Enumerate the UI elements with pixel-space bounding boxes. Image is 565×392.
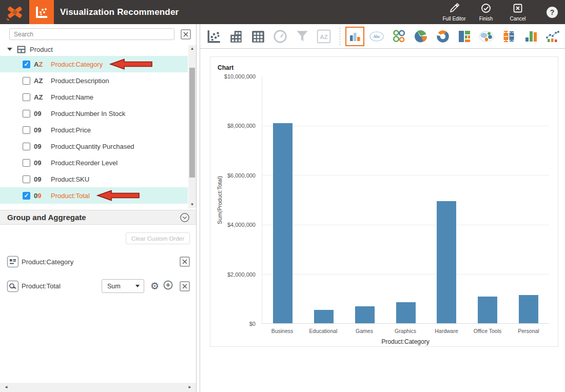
caret-down-icon[interactable] — [7, 48, 12, 51]
main-panel: AZ Abc — [200, 24, 565, 392]
pie-chart-icon[interactable] — [411, 27, 430, 46]
group-attribute-icon — [7, 256, 19, 268]
bubble-chart-icon[interactable] — [389, 27, 408, 46]
scrollbar-thumb[interactable] — [189, 68, 195, 178]
measure-field-label: Product:Total — [22, 282, 61, 290]
scroll-down-icon[interactable]: ▼ — [188, 201, 196, 208]
y-tick-label: $6,000,000 — [227, 172, 256, 179]
text-field-icon: AZ — [34, 77, 45, 85]
gear-icon[interactable]: ⚙ — [150, 281, 159, 291]
scroll-right-icon[interactable]: ► — [186, 383, 194, 392]
x-tick-label: Personal — [508, 328, 549, 334]
bar-chart-icon[interactable] — [345, 27, 364, 46]
annotation-arrow-icon — [109, 58, 152, 71]
field-checkbox[interactable] — [23, 77, 30, 85]
check-circle-icon — [481, 3, 491, 14]
field-label: Product:Reorder Level — [51, 159, 118, 167]
x-axis-label: Product:Category — [262, 338, 549, 345]
boxplot-icon[interactable] — [499, 27, 518, 46]
sidebar-horizontal-scrollbar[interactable]: ◄ ► — [0, 383, 196, 392]
aggregate-select[interactable]: Sum — [102, 279, 144, 293]
field-row[interactable]: 09Product:Total — [0, 187, 188, 204]
add-aggregate-icon[interactable] — [163, 280, 173, 292]
chart-title: Chart — [218, 64, 233, 71]
bar-personal — [519, 295, 538, 323]
aggregate-selected-value: Sum — [107, 283, 121, 290]
x-tick-label: Educational — [303, 328, 344, 334]
search-input[interactable] — [9, 28, 174, 40]
sort-az-icon[interactable]: AZ — [315, 27, 334, 46]
clear-custom-order-button[interactable]: Clear Custom Order — [126, 232, 190, 244]
pivot-table-icon[interactable] — [227, 27, 246, 46]
scroll-up-icon[interactable]: ▲ — [188, 45, 196, 52]
word-cloud-icon[interactable]: Abc — [367, 27, 386, 46]
x-tick-label: Graphics — [385, 328, 426, 334]
field-checkbox[interactable] — [23, 175, 30, 183]
panel-resizer[interactable] — [197, 24, 200, 392]
field-checkbox[interactable] — [23, 159, 30, 167]
numeric-field-icon: 09 — [34, 126, 45, 134]
annotation-arrow-icon — [96, 190, 140, 203]
field-row[interactable]: AZProduct:Name — [0, 89, 188, 105]
bar-office-tools — [478, 297, 497, 323]
y-tick-label: $4,000,000 — [227, 222, 256, 228]
scatter-plot-icon[interactable] — [205, 27, 224, 46]
measure-field-row: Product:Total Sum ⚙ — [0, 279, 196, 293]
bar-games — [355, 306, 375, 323]
scroll-left-icon[interactable]: ◄ — [2, 383, 10, 392]
group-aggregate-title: Group and Aggregate — [7, 213, 86, 222]
collapse-chevron-icon[interactable] — [180, 212, 190, 223]
field-label: Product:Quantity Purchased — [51, 143, 134, 150]
field-checkbox[interactable] — [23, 110, 30, 117]
app-logo-icon[interactable] — [0, 3, 29, 22]
tree-node-product[interactable]: Product — [0, 43, 188, 56]
data-grid-icon[interactable] — [249, 27, 268, 46]
measure-icon — [7, 280, 19, 292]
field-checkbox[interactable] — [23, 126, 30, 134]
remove-measure-icon[interactable] — [180, 281, 190, 291]
bubble-cluster-icon[interactable] — [477, 27, 496, 46]
filter-icon[interactable] — [293, 27, 311, 46]
field-row[interactable]: 09Product:Quantity Purchased — [0, 138, 188, 154]
combo-chart-icon[interactable] — [543, 27, 562, 46]
field-checkbox[interactable] — [23, 93, 30, 101]
field-list-scrollbar[interactable]: ▲ ▼ — [188, 45, 196, 208]
donut-chart-icon[interactable] — [433, 27, 452, 46]
field-checkbox[interactable] — [23, 192, 30, 200]
gridline — [262, 274, 549, 275]
app-header: Visualization Recommender Full Editor Fi… — [0, 0, 565, 24]
field-label: Product:SKU — [51, 175, 89, 183]
svg-text:Abc: Abc — [373, 34, 380, 39]
numeric-field-icon: 09 — [34, 192, 45, 200]
numeric-field-icon: 09 — [34, 110, 45, 117]
field-row[interactable]: 09Product:Reorder Level — [0, 154, 188, 171]
field-label: Product:Total — [51, 192, 90, 200]
gridline — [262, 225, 549, 225]
field-checkbox[interactable] — [23, 61, 30, 68]
field-row[interactable]: 09Product:SKU — [0, 171, 188, 187]
remove-group-icon[interactable] — [180, 257, 190, 267]
full-editor-button[interactable]: Full Editor — [442, 3, 466, 22]
field-row[interactable]: 09Product:Price — [0, 122, 188, 138]
field-label: Product:Name — [51, 93, 93, 101]
field-list: AZProduct:CategoryAZProduct:DescriptionA… — [0, 56, 188, 204]
gridline — [262, 126, 549, 126]
clear-search-icon[interactable] — [181, 29, 191, 40]
column-chart-icon[interactable] — [521, 27, 540, 46]
cancel-button[interactable]: Cancel — [505, 3, 530, 22]
close-square-icon — [513, 3, 523, 14]
finish-button[interactable]: Finish — [474, 3, 498, 22]
bar-educational — [314, 310, 334, 323]
toolbar-separator — [340, 28, 340, 45]
field-row[interactable]: AZProduct:Category — [0, 56, 188, 72]
y-tick-label: $10,000,000 — [224, 73, 256, 80]
field-row[interactable]: 09Product:Number In Stock — [0, 105, 188, 122]
help-button[interactable]: ? — [547, 7, 558, 18]
field-row[interactable]: AZProduct:Description — [0, 72, 188, 89]
gridline — [262, 175, 549, 175]
bar-business — [273, 123, 293, 323]
field-sidebar: Product AZProduct:CategoryAZProduct:Desc… — [0, 24, 197, 392]
treemap-icon[interactable] — [455, 27, 474, 46]
field-checkbox[interactable] — [23, 143, 30, 150]
gauge-icon[interactable] — [270, 27, 289, 46]
